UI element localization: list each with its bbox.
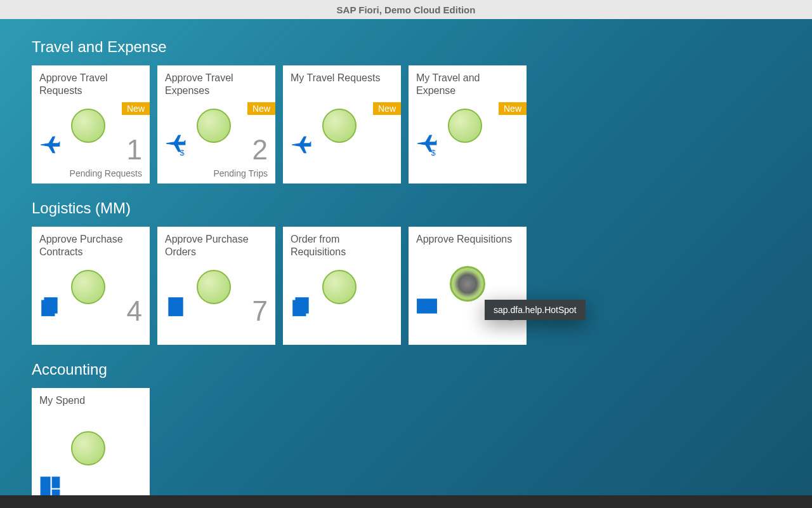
tile-title: My Travel and Expense xyxy=(416,72,519,97)
tile-approve-purchase-contracts[interactable]: Approve Purchase Contracts $ 4 xyxy=(32,227,150,345)
tile-title: Approve Travel Requests xyxy=(39,72,142,97)
help-hotspot-icon[interactable] xyxy=(322,270,357,304)
tile-title: Approve Travel Expenses xyxy=(165,72,268,97)
app-header: SAP Fiori, Demo Cloud Edition xyxy=(0,0,812,19)
airplane-dollar-icon: $ xyxy=(165,134,187,158)
tile-title: My Spend xyxy=(39,394,142,420)
svg-text:$: $ xyxy=(180,148,184,156)
new-badge: New xyxy=(122,102,150,115)
tile-my-travel-and-expense[interactable]: My Travel and Expense New $ xyxy=(409,65,527,184)
tile-order-from-requisitions[interactable]: Order from Requisitions $ xyxy=(283,227,401,345)
doc-dollar-stack-icon: $ xyxy=(291,295,312,319)
svg-text:$: $ xyxy=(431,148,435,156)
bottom-bar xyxy=(0,495,812,508)
tile-title: My Travel Requests xyxy=(291,72,393,97)
tile-title: Approve Requisitions xyxy=(416,233,519,258)
new-badge: New xyxy=(373,102,401,115)
tile-count: 2 xyxy=(252,134,268,166)
help-hotspot-icon[interactable] xyxy=(322,109,357,143)
svg-rect-21 xyxy=(52,490,60,495)
tile-title: Approve Purchase Contracts xyxy=(39,233,142,258)
help-hotspot-icon[interactable] xyxy=(71,109,105,143)
new-badge: New xyxy=(247,102,275,115)
tile-approve-requisitions[interactable]: Approve Requisitions 8 xyxy=(409,227,527,345)
svg-text:$: $ xyxy=(173,305,178,316)
tile-my-spend[interactable]: My Spend xyxy=(32,388,150,495)
tile-approve-travel-requests[interactable]: Approve Travel Requests New 1 Pending Re… xyxy=(32,65,150,184)
help-hotspot-icon[interactable] xyxy=(197,109,231,143)
tile-row: Approve Travel Requests New 1 Pending Re… xyxy=(32,65,780,184)
launchpad-content: Travel and Expense Approve Travel Reques… xyxy=(0,19,812,495)
tile-footer: Pending Requests xyxy=(70,168,142,178)
group-title: Accounting xyxy=(32,361,780,378)
svg-text:$: $ xyxy=(300,302,305,312)
tile-my-travel-requests[interactable]: My Travel Requests New xyxy=(283,65,401,184)
svg-rect-19 xyxy=(41,477,50,495)
airplane-icon xyxy=(39,134,61,158)
app-header-title: SAP Fiori, Demo Cloud Edition xyxy=(337,4,476,15)
help-hotspot-icon[interactable] xyxy=(71,431,105,465)
tile-count: 7 xyxy=(252,295,268,327)
tile-footer: Pending Trips xyxy=(213,168,268,178)
tile-approve-travel-expenses[interactable]: Approve Travel Expenses New $ 2 Pending … xyxy=(157,65,275,184)
tile-row: Approve Purchase Contracts $ 4 Approve P… xyxy=(32,227,780,345)
tile-count: 4 xyxy=(127,295,142,327)
tile-row: My Spend xyxy=(32,388,780,495)
tile-title: Approve Purchase Orders xyxy=(165,233,268,258)
svg-rect-20 xyxy=(52,477,60,488)
help-hotspot-icon[interactable] xyxy=(450,266,485,302)
svg-text:$: $ xyxy=(49,302,54,312)
hotspot-tooltip: sap.dfa.help.HotSpot xyxy=(485,300,586,320)
group-title: Travel and Expense xyxy=(32,38,780,56)
dashboard-icon xyxy=(39,476,61,495)
airplane-icon xyxy=(291,134,312,158)
doc-dollar-stack-icon: $ xyxy=(39,295,61,319)
new-badge: New xyxy=(499,102,527,115)
barcode-icon xyxy=(416,295,438,319)
tile-approve-purchase-orders[interactable]: Approve Purchase Orders $ 7 xyxy=(157,227,275,345)
doc-dollar-icon: $ xyxy=(165,295,187,319)
tile-count: 1 xyxy=(127,134,142,166)
help-hotspot-icon[interactable] xyxy=(71,270,105,304)
help-hotspot-icon[interactable] xyxy=(197,270,231,304)
airplane-dollar-icon: $ xyxy=(416,134,438,158)
help-hotspot-icon[interactable] xyxy=(448,109,482,143)
group-title: Logistics (MM) xyxy=(32,199,780,217)
tile-title: Order from Requisitions xyxy=(291,233,393,258)
